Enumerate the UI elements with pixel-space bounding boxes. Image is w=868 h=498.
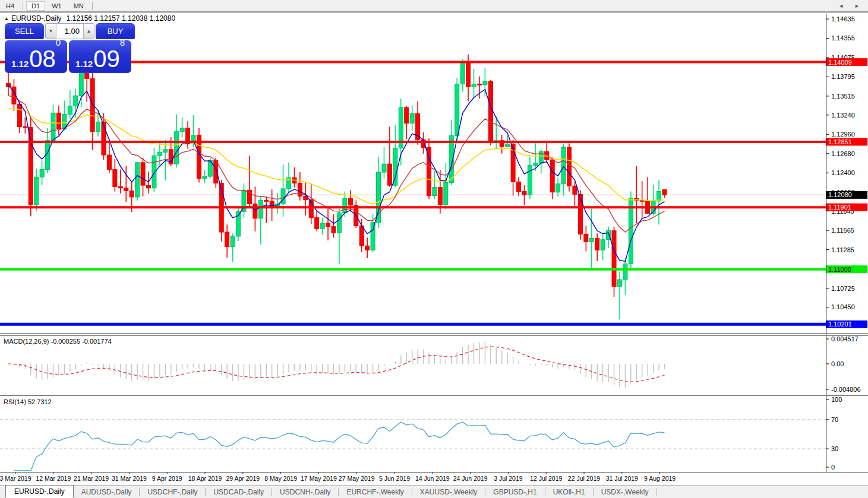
candle-body xyxy=(556,184,560,192)
tab-gbpusd-h1[interactable]: GBPUSD-,H1 xyxy=(485,487,544,497)
macd-tick-label: -0.004806 xyxy=(831,386,861,393)
tab-ukoil-h1[interactable]: UKOil-,H1 xyxy=(545,487,593,497)
date-label: 27 May 2019 xyxy=(339,475,375,482)
candle-body xyxy=(365,246,370,250)
candle-body xyxy=(466,63,471,87)
timeframe-mn-button[interactable]: MN xyxy=(68,1,89,11)
candle-body xyxy=(438,188,442,205)
candle-body xyxy=(253,204,257,218)
tab-eurchf-weekly[interactable]: EURCHF-,Weekly xyxy=(339,487,411,497)
bid-price-prefix: 1.12 xyxy=(11,59,29,68)
price-tick-label: 1.14635 xyxy=(831,15,855,23)
candle-body xyxy=(175,132,179,164)
tab-scroll-right-icon[interactable]: ► xyxy=(854,3,860,9)
toolbar-divider xyxy=(23,2,23,10)
volume-decrease-button[interactable]: ▼ xyxy=(46,24,56,39)
timeframe-w1-button[interactable]: W1 xyxy=(46,1,67,11)
candle-body xyxy=(433,188,437,196)
rsi-pane-label: RSI(14) 52.7312 xyxy=(4,398,52,405)
candle-body xyxy=(483,81,487,85)
macd-pane[interactable] xyxy=(0,335,826,395)
candle-body xyxy=(567,147,572,186)
buy-price-button[interactable]: 1.12 09 8 xyxy=(69,40,131,73)
candle-body xyxy=(7,83,11,87)
candle-body xyxy=(410,114,414,123)
candle-body xyxy=(141,163,145,185)
tab-xauusd-weekly[interactable]: XAUUSD-,Weekly xyxy=(412,487,485,497)
tab-scroll-left-icon[interactable]: ◄ xyxy=(838,3,844,9)
date-label: 5 Jun 2019 xyxy=(379,475,410,482)
candle-body xyxy=(17,104,21,126)
tab-usdx-weekly[interactable]: USDX-,Weekly xyxy=(594,487,656,497)
chevron-down-icon: ▼ xyxy=(49,28,53,34)
candle-body xyxy=(528,166,532,195)
rsi-tick-label: 100 xyxy=(831,396,842,403)
symbol-tab-bar: EURUSD-,Daily AUDUSD-,Daily USDCHF-,Dail… xyxy=(0,486,868,498)
level-price-label: 1.14009 xyxy=(828,59,852,66)
candle-body xyxy=(258,201,263,218)
sell-button[interactable]: SELL xyxy=(5,23,44,39)
price-tick-label: 1.13240 xyxy=(831,112,855,119)
sell-price-button[interactable]: 1.12 08 0 xyxy=(5,40,67,73)
tab-audusd-daily[interactable]: AUDUSD-,Daily xyxy=(74,487,140,497)
tab-usdchf-daily[interactable]: USDCHF-,Daily xyxy=(140,487,205,497)
candle-body xyxy=(382,164,386,172)
candle-body xyxy=(29,128,33,205)
price-tick-label: 1.10725 xyxy=(831,285,855,292)
tab-usdcnh-daily[interactable]: USDCNH-,Daily xyxy=(272,487,338,497)
tab-eurusd-daily[interactable]: EURUSD-,Daily xyxy=(5,485,74,498)
candle-body xyxy=(130,191,134,196)
candle-body xyxy=(348,198,352,205)
candle-body xyxy=(40,169,44,177)
rsi-indicator-value: 52.7312 xyxy=(28,398,52,405)
buy-button[interactable]: BUY xyxy=(96,23,135,39)
toolbar-divider xyxy=(92,2,93,10)
candle-body xyxy=(589,238,594,242)
collapse-triangle-icon[interactable]: ▲ xyxy=(4,16,9,21)
candle-body xyxy=(124,188,128,191)
candle-body xyxy=(477,84,481,85)
timeframe-toolbar: H4 D1 W1 MN xyxy=(0,0,868,12)
candle-body xyxy=(623,264,627,280)
candle-body xyxy=(455,84,459,136)
timeframe-d1-button[interactable]: D1 xyxy=(26,1,45,11)
candle-body xyxy=(118,186,122,188)
bid-price-pipette: 0 xyxy=(56,38,61,47)
rsi-tick-label: 70 xyxy=(831,416,838,423)
candle-body xyxy=(315,218,319,229)
date-label: 3 Mar 2019 xyxy=(0,475,31,482)
candle-body xyxy=(662,190,667,195)
date-label: 9 Aug 2019 xyxy=(644,475,676,482)
candle-body xyxy=(573,186,577,194)
timeframe-h4-button[interactable]: H4 xyxy=(1,1,20,11)
window-edge xyxy=(0,12,868,14)
candle-body xyxy=(96,122,100,131)
volume-increase-button[interactable]: ▲ xyxy=(83,24,94,39)
candle-body xyxy=(595,238,599,250)
candle-body xyxy=(612,231,616,287)
volume-input[interactable]: 1.00 xyxy=(56,24,83,39)
candle-body xyxy=(320,223,324,229)
price-tick-label: 1.12680 xyxy=(831,150,855,157)
rsi-tick-label: 0 xyxy=(831,464,835,471)
candle-body xyxy=(163,150,168,153)
date-label: 18 Apr 2019 xyxy=(188,475,222,482)
candle-body xyxy=(74,96,78,106)
ask-price-pipette: 8 xyxy=(120,38,125,47)
date-label: 17 May 2019 xyxy=(301,475,337,482)
rsi-indicator-name: RSI(14) xyxy=(4,398,26,405)
price-tick-label: 1.11285 xyxy=(831,246,854,253)
candle-body xyxy=(102,122,106,155)
candle-body xyxy=(326,223,330,227)
ask-price-big-digits: 09 xyxy=(93,50,120,68)
candle-body xyxy=(157,152,162,156)
macd-pane-label: MACD(12,26,9) -0.000255 -0.001774 xyxy=(4,338,112,345)
tab-usdcad-daily[interactable]: USDCAD-,Daily xyxy=(206,487,272,497)
candle-body xyxy=(34,177,39,204)
candle-body xyxy=(203,176,207,178)
date-label: 29 Apr 2019 xyxy=(226,475,260,482)
rsi-pane[interactable] xyxy=(0,395,826,472)
bid-price-big-digits: 08 xyxy=(29,50,56,68)
bar-ohlc-quotes: 1.12156 1.12157 1.12038 1.12080 xyxy=(67,14,176,23)
price-tick-label: 1.10450 xyxy=(831,303,855,310)
